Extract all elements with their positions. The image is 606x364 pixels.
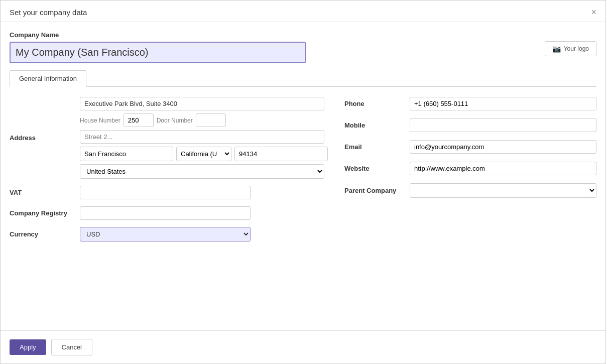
house-label: House Number [80, 117, 120, 124]
set-company-dialog: Set your company data × Company Name 📷 Y… [0, 0, 606, 364]
door-number-input[interactable] [196, 113, 226, 127]
camera-icon: 📷 [552, 45, 561, 53]
city-state-zip-row: California (U [80, 147, 324, 161]
city-input[interactable] [80, 147, 173, 161]
dialog-body: Company Name 📷 Your logo General Informa… [1, 22, 605, 330]
state-select[interactable]: California (U [176, 147, 231, 161]
address-fields: House Number Door Number California (U [80, 97, 324, 179]
phone-input[interactable] [410, 97, 596, 110]
your-logo-label: Your logo [564, 45, 589, 52]
address-row: Address House Number Door Number [10, 97, 324, 179]
mobile-row: Mobile [344, 118, 596, 132]
apply-button[interactable]: Apply [10, 339, 46, 355]
currency-select[interactable]: USD EUR GBP [80, 227, 251, 241]
form-right: Phone Mobile Email Website [344, 97, 596, 249]
door-label: Door Number [157, 117, 193, 124]
email-label: Email [344, 143, 410, 151]
dialog-title: Set your company data [10, 8, 87, 17]
registry-input[interactable] [80, 206, 251, 220]
tab-general-information[interactable]: General Information [10, 70, 86, 87]
currency-label: Currency [10, 230, 80, 238]
parent-company-select[interactable] [410, 183, 596, 198]
street2-input[interactable] [80, 130, 324, 144]
cancel-button[interactable]: Cancel [51, 339, 92, 355]
street1-input[interactable] [80, 97, 324, 110]
parent-company-row: Parent Company [344, 183, 596, 198]
your-logo-button[interactable]: 📷 Your logo [545, 41, 596, 56]
form-left: Address House Number Door Number [10, 97, 324, 249]
vat-row: VAT [10, 186, 324, 199]
phone-label: Phone [344, 100, 410, 107]
email-row: Email [344, 140, 596, 154]
website-row: Website [344, 162, 596, 175]
website-label: Website [344, 165, 410, 172]
website-input[interactable] [410, 162, 596, 175]
registry-row: Company Registry [10, 206, 324, 220]
zip-input[interactable] [234, 147, 328, 161]
email-input[interactable] [410, 140, 596, 154]
vat-input[interactable] [80, 186, 251, 199]
house-number-input[interactable] [124, 113, 154, 127]
currency-row: Currency USD EUR GBP [10, 227, 324, 241]
company-name-input[interactable] [10, 42, 306, 63]
close-button[interactable]: × [591, 8, 596, 17]
house-door-row: House Number Door Number [80, 113, 324, 127]
company-name-left: Company Name [10, 31, 545, 63]
company-name-label: Company Name [10, 31, 545, 39]
parent-company-label: Parent Company [344, 187, 410, 194]
dialog-header: Set your company data × [1, 1, 605, 22]
tabs: General Information [10, 70, 596, 87]
phone-row: Phone [344, 97, 596, 110]
mobile-input[interactable] [410, 118, 596, 132]
mobile-label: Mobile [344, 122, 410, 129]
form-section: Address House Number Door Number [10, 97, 596, 249]
registry-label: Company Registry [10, 209, 80, 217]
vat-label: VAT [10, 189, 80, 196]
dialog-footer: Apply Cancel [1, 330, 605, 363]
company-name-section: Company Name 📷 Your logo [10, 31, 596, 63]
country-select[interactable]: United States [80, 164, 324, 179]
address-label: Address [10, 134, 80, 142]
